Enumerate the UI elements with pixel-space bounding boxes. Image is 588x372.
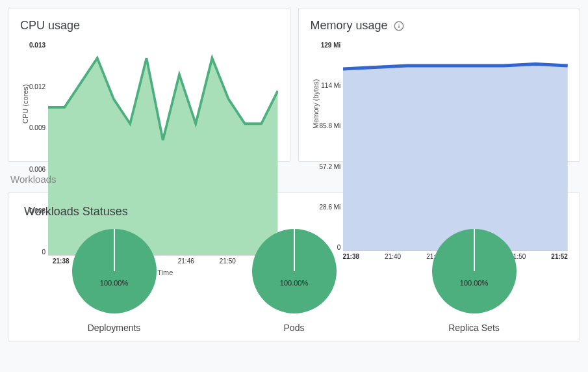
memory-y-axis-label: Memory (bytes) — [311, 42, 320, 152]
status-label: Replica Sets — [448, 323, 500, 333]
svg-point-2 — [398, 23, 399, 24]
status-pods: 100.00% Pods — [252, 229, 337, 333]
status-pct: 100.00% — [460, 279, 488, 287]
memory-plot-svg — [343, 42, 568, 251]
memory-chart: Memory (bytes) 129 Mi 114 Mi 85.8 Mi 57.… — [311, 42, 569, 152]
pie-chart-icon: 100.00% — [252, 229, 337, 313]
memory-y-ticks: 129 Mi 114 Mi 85.8 Mi 57.2 Mi 28.6 Mi 0 — [320, 42, 344, 251]
status-pct: 100.00% — [100, 279, 128, 287]
status-pct: 100.00% — [280, 279, 308, 287]
cpu-usage-card: CPU usage CPU (cores) 0.013 0.012 0.009 … — [8, 8, 290, 162]
info-icon[interactable] — [393, 20, 405, 32]
pie-chart-icon: 100.00% — [72, 229, 157, 313]
memory-card-title: Memory usage — [311, 19, 388, 33]
pie-chart-icon: 100.00% — [432, 229, 517, 313]
memory-usage-card: Memory usage Memory (bytes) 129 Mi 114 M… — [298, 8, 581, 162]
status-replica-sets: 100.00% Replica Sets — [432, 229, 517, 333]
status-deployments: 100.00% Deployments — [72, 229, 157, 333]
cpu-y-axis-label: CPU (cores) — [20, 42, 29, 152]
cpu-plot-svg — [48, 42, 277, 256]
cpu-chart: CPU (cores) 0.013 0.012 0.009 0.006 0.00… — [20, 42, 278, 152]
status-label: Deployments — [88, 323, 141, 333]
cpu-y-ticks: 0.013 0.012 0.009 0.006 0.003 0 — [29, 42, 48, 256]
cpu-card-title: CPU usage — [20, 19, 278, 33]
status-label: Pods — [284, 323, 305, 333]
